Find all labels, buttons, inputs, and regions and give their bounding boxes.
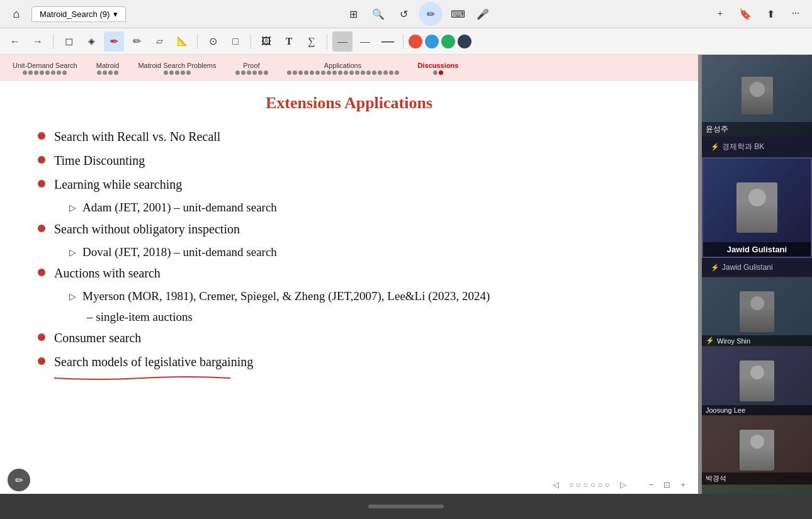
nav-proof[interactable]: Proof (235, 62, 268, 75)
zoom-fit-icon[interactable]: ⊡ (663, 480, 670, 489)
color-dark-button[interactable] (458, 35, 471, 48)
bullet-list: Search with Recall vs. No Recall Time Di… (38, 128, 660, 383)
bullet-text-obligatory: Search without obligatory inspection (54, 220, 240, 238)
slide-content: Extensions Applications Search with Reca… (0, 81, 698, 475)
grid-icon[interactable]: ⊞ (343, 4, 363, 24)
home-icon[interactable]: ⌂ (6, 4, 26, 24)
participant-name-wiroy: Wiroy Shin (717, 337, 750, 345)
bullet-dot (38, 180, 45, 187)
nav-applications[interactable]: Applications (287, 62, 399, 75)
page-dots: ○ ○ ○ ○ ○ ○ (569, 480, 610, 489)
bullet-text: Search with Recall vs. No Recall (54, 128, 220, 145)
search-icon[interactable]: 🔍 (368, 4, 388, 24)
dept-label: ⚡ 경제학과 BK (702, 137, 812, 157)
eraser2-button[interactable]: ◈ (81, 31, 101, 52)
ruler-button[interactable]: 📐 (172, 31, 192, 52)
color-blue-button[interactable] (425, 35, 439, 48)
tile-name-wiroy: ⚡ Wiroy Shin (702, 335, 812, 346)
bullet-text-auctions: Auctions with search (54, 264, 161, 282)
tile-name-joosung: Joosung Lee (702, 405, 812, 415)
floating-pen-button[interactable]: ✏ (8, 469, 30, 491)
sub-arrow-icon: ▷ (69, 247, 76, 259)
bullet-dot (38, 269, 45, 276)
tab-label: Matroid_Search (9) (40, 9, 110, 19)
zoom-out-icon[interactable]: − (649, 480, 654, 489)
sub-list-item: ▷ Adam (JET, 2001) – unit-demand search (69, 199, 660, 216)
bullet-dot (38, 333, 45, 341)
list-item-consumer: Consumer search (38, 329, 660, 347)
shape-button[interactable]: □ (225, 31, 245, 52)
eraser-button[interactable]: ◻ (59, 31, 79, 52)
math-button[interactable]: ∑ (302, 31, 322, 52)
bullet-dot (38, 156, 45, 164)
stroke-medium-button[interactable]: — (355, 31, 375, 52)
toolbar-separator-1 (53, 34, 54, 49)
bullet-text-consumer: Consumer search (54, 329, 141, 347)
featured-sub-label: Jawid Gulistani (722, 263, 773, 272)
sub-text: Adam (JET, 2001) – unit-demand search (82, 199, 277, 216)
right-sidebar: 윤성주 ⚡ 경제학과 BK Jawid Gulistani (702, 55, 812, 494)
nav-dots-3 (164, 70, 191, 75)
pencil-button[interactable]: ✏ (127, 31, 147, 52)
color-red-button[interactable] (409, 35, 422, 48)
bookmark-icon[interactable]: 🔖 (735, 4, 755, 24)
participant-tile-lee-chan: ⚡ 이찬영 (702, 484, 812, 494)
nav-dots-6 (433, 70, 443, 75)
participant-tile-wiroy: ⚡ Wiroy Shin (702, 277, 812, 346)
participant-name: 윤성주 (706, 124, 728, 135)
nav-matroid-search-problems[interactable]: Matroid Search Problems (138, 62, 216, 75)
redo-button[interactable]: → (28, 31, 48, 52)
pen-button[interactable]: ✒ (104, 31, 124, 52)
annotation-line-svg (54, 376, 230, 381)
bullet-dot (38, 225, 45, 232)
featured-participant-name: Jawid Gulistani (727, 245, 787, 254)
sub-text: Myerson (MOR, 1981), Cremer, Spiegel, & … (82, 288, 490, 305)
nav-dots-2 (97, 70, 118, 75)
add-icon[interactable]: + (710, 4, 730, 24)
mic-icon[interactable]: 🎤 (473, 4, 493, 24)
featured-participant-tile: Jawid Gulistani (702, 157, 812, 258)
drawing-toolbar: ← → ◻ ◈ ✒ ✏ ▱ 📐 ⊙ □ 🖼 T ∑ — — — (0, 28, 812, 55)
list-item: Search without obligatory inspection (38, 220, 660, 238)
nav-discussions[interactable]: Discussions (418, 62, 459, 75)
undo-button[interactable]: ← (5, 31, 25, 52)
top-bar: ⌂ Matroid_Search (9) ▾ ⊞ 🔍 ↺ ✏ ⌨ 🎤 + 🔖 ⬆… (0, 0, 812, 28)
file-tab[interactable]: Matroid_Search (9) ▾ (31, 6, 126, 22)
featured-label: ⚡ Jawid Gulistani (702, 258, 812, 277)
navigation-bar: Unit-Demand Search Matroid (0, 55, 698, 81)
toolbar-separator-3 (251, 34, 251, 49)
lasso-button[interactable]: ⊙ (203, 31, 223, 52)
toolbar-separator-5 (403, 34, 403, 49)
sub-text-indent: – single-item auctions (87, 309, 193, 326)
lightning-icon-2: ⚡ (711, 264, 719, 272)
nav-left-icon[interactable]: ◁ (553, 480, 559, 489)
main-area: Unit-Demand Search Matroid (0, 55, 812, 494)
chevron-down-icon: ▾ (113, 9, 118, 19)
sub-list-item-indent: – single-item auctions (87, 309, 660, 326)
list-item: Search with Recall vs. No Recall (38, 128, 660, 145)
nav-right-icon[interactable]: ▷ (620, 480, 626, 489)
nav-matroid[interactable]: Matroid (96, 62, 120, 75)
nav-dots-4 (235, 70, 268, 75)
lightning-icon: ⚡ (711, 143, 719, 151)
dept-name: 경제학과 BK (722, 142, 764, 152)
stroke-thick-button[interactable]: — (378, 31, 398, 52)
color-green-button[interactable] (441, 35, 455, 48)
more-options-icon[interactable]: ··· (786, 4, 806, 24)
stroke-thin-button[interactable]: — (332, 31, 352, 52)
list-item-legislative: Search models of legislative bargaining (38, 353, 660, 371)
keyboard-icon[interactable]: ⌨ (448, 4, 468, 24)
highlight-button[interactable]: ▱ (149, 31, 169, 52)
zoom-in-icon[interactable]: + (680, 480, 685, 489)
slide-area: Unit-Demand Search Matroid (0, 55, 698, 494)
sub-arrow-icon: ▷ (69, 202, 76, 215)
tile-name-bak: 박경석 (702, 472, 812, 484)
upload-icon[interactable]: ⬆ (760, 4, 781, 24)
refresh-icon[interactable]: ↺ (393, 4, 414, 24)
pen-center-button[interactable]: ✏ (419, 2, 443, 26)
image-button[interactable]: 🖼 (256, 31, 276, 52)
participant-name-overlay: 윤성주 (702, 122, 812, 137)
nav-unit-demand-search[interactable]: Unit-Demand Search (13, 62, 77, 75)
text-button[interactable]: T (279, 31, 299, 52)
lightning-icon-3: ⚡ (706, 337, 714, 345)
